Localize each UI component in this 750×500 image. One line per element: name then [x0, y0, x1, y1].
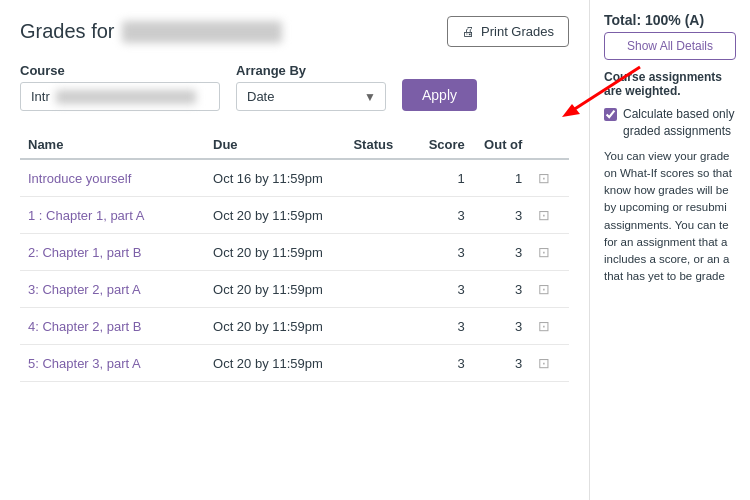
printer-icon: 🖨 [462, 24, 475, 39]
assignment-name-cell: Introduce yourself [20, 159, 205, 197]
status-cell [345, 345, 413, 382]
page-header: Grades for 🖨 Print Grades [20, 16, 569, 47]
course-label: Course [20, 63, 220, 78]
due-cell: Oct 20 by 11:59pm [205, 234, 345, 271]
edit-score-icon[interactable]: ⊡ [538, 355, 550, 371]
course-name-blurred [56, 90, 196, 104]
score-cell: 3 [414, 345, 473, 382]
calculate-checkbox[interactable] [604, 108, 617, 121]
table-row: 5: Chapter 3, part A Oct 20 by 11:59pm 3… [20, 345, 569, 382]
arrange-filter-group: Arrange By Date Name Assignment Group Mo… [236, 63, 386, 111]
print-button-label: Print Grades [481, 24, 554, 39]
edit-cell: ⊡ [530, 345, 569, 382]
score-cell: 3 [414, 308, 473, 345]
status-cell [345, 308, 413, 345]
edit-score-icon[interactable]: ⊡ [538, 170, 550, 186]
filters-row: Course Intr Arrange By Date Name Assignm… [20, 63, 569, 111]
print-grades-button[interactable]: 🖨 Print Grades [447, 16, 569, 47]
status-cell [345, 271, 413, 308]
edit-score-icon[interactable]: ⊡ [538, 244, 550, 260]
sidebar-info-text: You can view your grade on What-If score… [604, 148, 736, 286]
outof-cell: 3 [473, 271, 531, 308]
col-status: Status [345, 131, 413, 159]
outof-cell: 3 [473, 197, 531, 234]
course-filter-group: Course Intr [20, 63, 220, 111]
arrange-select-wrapper: Date Name Assignment Group Module ▼ [236, 82, 386, 111]
edit-score-icon[interactable]: ⊡ [538, 207, 550, 223]
due-cell: Oct 20 by 11:59pm [205, 271, 345, 308]
table-row: 2: Chapter 1, part B Oct 20 by 11:59pm 3… [20, 234, 569, 271]
outof-cell: 1 [473, 159, 531, 197]
score-cell: 3 [414, 234, 473, 271]
assignment-name-cell: 2: Chapter 1, part B [20, 234, 205, 271]
outof-cell: 3 [473, 234, 531, 271]
table-row: 3: Chapter 2, part A Oct 20 by 11:59pm 3… [20, 271, 569, 308]
edit-score-icon[interactable]: ⊡ [538, 281, 550, 297]
apply-button[interactable]: Apply [402, 79, 477, 111]
edit-cell: ⊡ [530, 159, 569, 197]
outof-cell: 3 [473, 308, 531, 345]
assignment-link[interactable]: 5: Chapter 3, part A [28, 356, 141, 371]
edit-cell: ⊡ [530, 308, 569, 345]
arrange-select[interactable]: Date Name Assignment Group Module [236, 82, 386, 111]
main-content: Grades for 🖨 Print Grades Course Intr Ar… [0, 0, 590, 500]
assignment-link[interactable]: 1 : Chapter 1, part A [28, 208, 144, 223]
col-due: Due [205, 131, 345, 159]
grades-table: Name Due Status Score Out of Introduce y… [20, 131, 569, 382]
assignment-link[interactable]: 3: Chapter 2, part A [28, 282, 141, 297]
assignment-link[interactable]: Introduce yourself [28, 171, 131, 186]
edit-score-icon[interactable]: ⊡ [538, 318, 550, 334]
table-row: 1 : Chapter 1, part A Oct 20 by 11:59pm … [20, 197, 569, 234]
course-input-display[interactable]: Intr [20, 82, 220, 111]
assignment-link[interactable]: 2: Chapter 1, part B [28, 245, 141, 260]
col-actions [530, 131, 569, 159]
sidebar: Total: 100% (A) Show All Details Course … [590, 0, 750, 500]
edit-cell: ⊡ [530, 271, 569, 308]
weighted-note: Course assignments are weighted. [604, 70, 736, 98]
table-row: 4: Chapter 2, part B Oct 20 by 11:59pm 3… [20, 308, 569, 345]
assignment-name-cell: 1 : Chapter 1, part A [20, 197, 205, 234]
col-name: Name [20, 131, 205, 159]
calculate-checkbox-label: Calculate based only graded assignments [623, 106, 736, 140]
col-score: Score [414, 131, 473, 159]
title-prefix: Grades for [20, 20, 114, 43]
score-cell: 3 [414, 197, 473, 234]
score-cell: 1 [414, 159, 473, 197]
table-header-row: Name Due Status Score Out of [20, 131, 569, 159]
assignment-link[interactable]: 4: Chapter 2, part B [28, 319, 141, 334]
due-cell: Oct 16 by 11:59pm [205, 159, 345, 197]
assignment-name-cell: 5: Chapter 3, part A [20, 345, 205, 382]
table-row: Introduce yourself Oct 16 by 11:59pm 1 1… [20, 159, 569, 197]
edit-cell: ⊡ [530, 197, 569, 234]
assignment-name-cell: 3: Chapter 2, part A [20, 271, 205, 308]
status-cell [345, 234, 413, 271]
col-outof: Out of [473, 131, 531, 159]
due-cell: Oct 20 by 11:59pm [205, 345, 345, 382]
calculate-checkbox-row: Calculate based only graded assignments [604, 106, 736, 140]
total-label: Total: 100% (A) [604, 12, 736, 28]
status-cell [345, 159, 413, 197]
outof-cell: 3 [473, 345, 531, 382]
student-name-blurred [122, 21, 282, 43]
page-title: Grades for [20, 20, 282, 43]
assignment-name-cell: 4: Chapter 2, part B [20, 308, 205, 345]
arrange-label: Arrange By [236, 63, 386, 78]
status-cell [345, 197, 413, 234]
score-cell: 3 [414, 271, 473, 308]
show-all-details-button[interactable]: Show All Details [604, 32, 736, 60]
due-cell: Oct 20 by 11:59pm [205, 197, 345, 234]
due-cell: Oct 20 by 11:59pm [205, 308, 345, 345]
edit-cell: ⊡ [530, 234, 569, 271]
